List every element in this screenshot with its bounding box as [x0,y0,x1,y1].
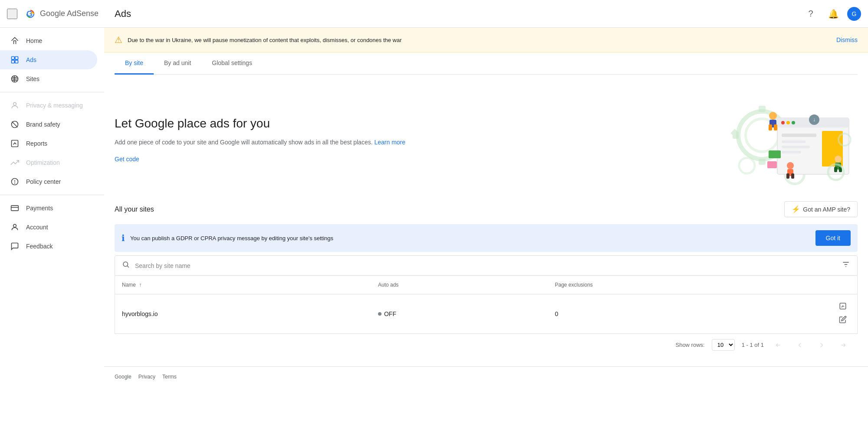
amp-icon: ⚡ [792,205,800,213]
svg-point-29 [786,121,790,124]
table-row: hyvorblogs.io OFF 0 [115,294,858,334]
svg-text:G: G [26,10,33,18]
svg-rect-43 [774,124,777,131]
svg-rect-9 [12,140,18,147]
amp-button[interactable]: ⚡ Got an AMP site? [784,201,858,217]
svg-rect-46 [786,173,789,179]
column-name: Name ↑ [115,276,371,294]
notifications-button[interactable]: 🔔 [825,5,842,23]
avatar[interactable]: G [847,7,861,21]
sidebar-item-account[interactable]: Account [0,218,97,237]
sort-icon[interactable]: ↑ [139,282,141,288]
sidebar-item-feedback-label: Feedback [26,243,53,250]
privacy-icon [10,101,19,110]
svg-rect-2 [15,57,18,60]
sidebar-item-optimization: Optimization [0,153,97,172]
svg-rect-34 [782,151,801,153]
sites-section-header: All your sites ⚡ Got an AMP site? [115,201,858,217]
sidebar-item-sites[interactable]: Sites [0,69,97,88]
tab-by-ad-unit[interactable]: By ad unit [154,52,201,75]
sidebar-item-reports[interactable]: Reports [0,134,97,153]
tab-global-settings[interactable]: Global settings [201,52,263,75]
info-banner: ℹ You can publish a GDPR or CPRA privacy… [115,224,858,252]
footer-privacy-link[interactable]: Privacy [138,374,155,380]
layout: Home Ads Sites Privacy & messaging B [0,28,868,434]
svg-text:↓: ↓ [813,117,815,123]
promo-illustration: ↓ [710,92,858,187]
footer: Google Privacy Terms [104,366,868,387]
sites-table: Name ↑ Auto ads Page exclusions hyvorblo… [115,276,858,334]
policy-icon [10,177,19,186]
sidebar-item-brand-safety[interactable]: Brand safety [0,115,97,134]
sidebar-item-optimization-label: Optimization [26,159,60,166]
prev-page-button[interactable] [792,339,807,351]
sidebar-item-ads[interactable]: Ads [0,50,97,69]
main-content: ⚠ Due to the war in Ukraine, we will pau… [104,28,868,434]
sites-icon [10,75,19,83]
sidebar-item-payments[interactable]: Payments [0,199,97,218]
search-icon [122,261,130,271]
site-stats-button[interactable] [835,300,850,314]
svg-rect-50 [834,167,837,172]
svg-point-44 [787,162,794,169]
sidebar: Home Ads Sites Privacy & messaging B [0,28,104,434]
learn-more-link[interactable]: Learn more [374,139,405,146]
sidebar-item-reports-label: Reports [26,140,47,147]
sidebar-item-sites-label: Sites [26,75,39,82]
show-rows-label: Show rows: [675,342,704,348]
topbar-actions: ? 🔔 G [802,5,861,23]
promo-title: Let Google place ads for you [115,117,693,131]
svg-point-15 [13,224,16,227]
rows-select[interactable]: 10 25 50 [712,339,735,351]
sites-title: All your sites [115,206,154,213]
svg-rect-32 [782,140,806,143]
sidebar-item-policy-center[interactable]: Policy center [0,172,97,191]
ads-icon [10,55,19,64]
svg-rect-36 [769,150,781,158]
svg-rect-4 [15,60,18,63]
sidebar-item-privacy-messaging: Privacy & messaging [0,96,97,115]
app-name: Google AdSense [40,9,99,18]
tabs: By site By ad unit Global settings [115,52,858,75]
svg-line-8 [12,122,18,127]
svg-point-54 [123,262,128,267]
pagination: Show rows: 10 25 50 1 - 1 of 1 [115,334,858,356]
warning-icon: ⚠ [115,35,122,45]
svg-rect-3 [12,60,15,63]
topbar-left: G Google AdSense [7,8,111,20]
reports-icon [10,139,19,148]
info-icon: ℹ [122,233,125,243]
auto-ads-status: OFF [378,310,541,317]
page-exclusions-cell: 0 [548,294,814,334]
svg-point-48 [835,156,842,163]
auto-ads-cell: OFF [371,294,548,334]
content-area: By site By ad unit Global settings Let G… [104,52,868,366]
google-logo-icon: G [24,8,36,20]
get-code-button[interactable]: Get code [115,156,139,163]
sidebar-item-home-label: Home [26,37,42,44]
promo-section: Let Google place ads for you Add one pie… [115,75,858,201]
sidebar-item-feedback[interactable]: Feedback [0,237,97,256]
sidebar-item-payments-label: Payments [26,205,53,212]
sidebar-divider-1 [0,92,104,92]
account-icon [10,223,19,232]
svg-rect-21 [759,159,766,165]
site-name: hyvorblogs.io [115,294,371,334]
promo-description: Add one piece of code to your site and G… [115,137,693,147]
last-page-button[interactable] [836,339,851,351]
topbar: G Google AdSense Ads ? 🔔 G [0,0,868,28]
search-input[interactable] [135,262,836,269]
dismiss-button[interactable]: Dismiss [836,36,858,43]
footer-terms-link[interactable]: Terms [162,374,177,380]
tab-by-site[interactable]: By site [115,52,154,75]
sidebar-item-home[interactable]: Home [0,31,97,50]
got-it-button[interactable]: Got it [815,230,851,246]
first-page-button[interactable] [771,339,786,351]
site-edit-button[interactable] [835,314,850,327]
filter-icon[interactable] [842,260,850,271]
column-page-exclusions: Page exclusions [548,276,814,294]
next-page-button[interactable] [814,339,829,351]
menu-button[interactable] [7,9,17,19]
help-button[interactable]: ? [802,5,819,23]
sidebar-divider-2 [0,195,104,195]
